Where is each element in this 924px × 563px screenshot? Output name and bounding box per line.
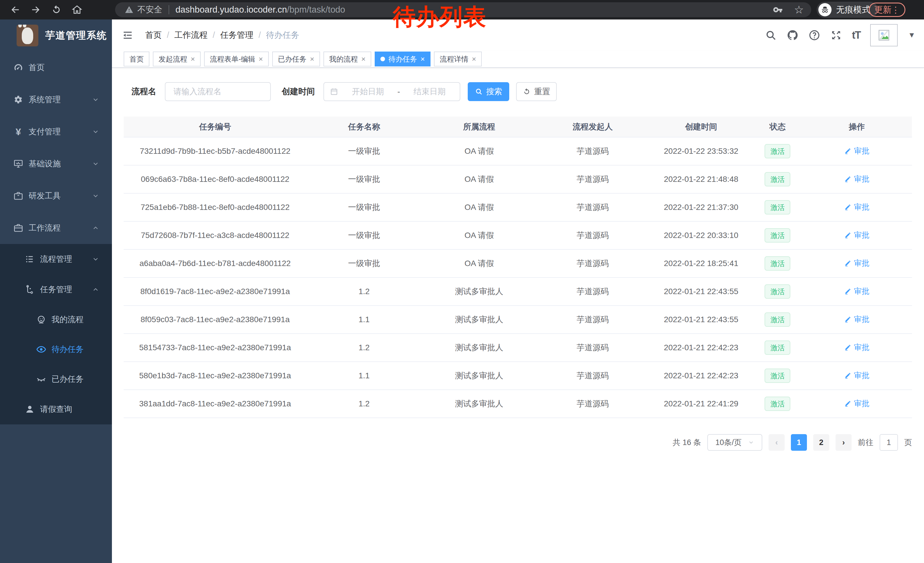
sidebar-collapse-icon[interactable] <box>122 29 134 41</box>
close-icon[interactable]: × <box>472 55 476 63</box>
close-icon[interactable]: × <box>361 55 366 63</box>
goto-page-input[interactable]: 1 <box>880 434 898 451</box>
update-label[interactable]: 更新 <box>874 4 891 16</box>
cell-task-id: 381aa1dd-7ac8-11ec-a9e2-a2380e71991a <box>124 390 307 418</box>
prev-page-button[interactable]: ‹ <box>769 434 784 451</box>
sidebar-item-system[interactable]: 系统管理 <box>0 84 112 116</box>
approve-button[interactable]: 审批 <box>844 286 869 296</box>
sidebar-item-todo-task[interactable]: 待办任务 <box>0 335 112 364</box>
edit-pen-icon <box>844 203 852 211</box>
bookmark-star-icon[interactable]: ☆ <box>794 4 804 15</box>
page-button-1[interactable]: 1 <box>791 434 807 451</box>
calendar-icon <box>330 87 338 96</box>
sidebar-item-pay[interactable]: ¥ 支付管理 <box>0 116 112 148</box>
fullscreen-icon[interactable] <box>830 29 842 41</box>
cell-actions: 审批 <box>801 165 912 193</box>
cell-task-id: 8f0d1619-7ac8-11ec-a9e2-a2380e71991a <box>124 278 307 306</box>
home-icon[interactable] <box>72 4 82 15</box>
security-warning-icon[interactable] <box>125 6 134 14</box>
back-icon[interactable] <box>10 4 21 15</box>
page-button-2[interactable]: 2 <box>813 434 829 451</box>
table-row: 580e1b3d-7ac8-11ec-a9e2-a2380e71991a 1.1… <box>124 362 912 390</box>
tab-home[interactable]: 首页 <box>124 51 149 66</box>
reset-button[interactable]: 重置 <box>516 82 557 101</box>
approve-button[interactable]: 审批 <box>844 370 869 381</box>
approve-button[interactable]: 审批 <box>844 174 869 184</box>
cell-create-time: 2022-01-22 21:37:30 <box>649 193 753 221</box>
page-unit-label: 页 <box>904 437 912 447</box>
close-icon[interactable]: × <box>190 55 195 63</box>
reload-icon[interactable] <box>51 4 62 15</box>
process-name-input[interactable]: 请输入流程名 <box>165 82 271 101</box>
sidebar-item-my-process[interactable]: 我的流程 <box>0 305 112 335</box>
search-icon[interactable] <box>765 29 777 41</box>
date-range-input[interactable]: 开始日期 - 结束日期 <box>324 82 460 101</box>
url-path[interactable]: /bpm/task/todo <box>287 5 345 15</box>
table-body: 73211d9d-7b9b-11ec-b5b7-acde48001122 一级审… <box>124 137 912 418</box>
approve-button[interactable]: 审批 <box>844 342 869 353</box>
approve-button[interactable]: 审批 <box>844 230 869 240</box>
cell-process: 测试多审批人 <box>422 306 537 333</box>
tabs-bar: 首页 发起流程× 流程表单-编辑× 已办任务× 我的流程× 待办任务× 流程详情… <box>112 51 924 68</box>
edit-pen-icon <box>844 344 852 351</box>
start-date-placeholder[interactable]: 开始日期 <box>344 86 392 97</box>
next-page-button[interactable]: › <box>836 434 852 451</box>
create-time-label: 创建时间 <box>282 86 315 98</box>
tab-todo-task[interactable]: 待办任务× <box>375 51 430 66</box>
search-button[interactable]: 搜索 <box>468 82 509 101</box>
edit-pen-icon <box>844 260 852 267</box>
sidebar: 芋道管理系统 首页 系统管理 ¥ 支付管理 基础设施 <box>0 20 112 563</box>
tab-my-process[interactable]: 我的流程× <box>324 51 371 66</box>
sidebar-item-leave-query[interactable]: 请假查询 <box>0 394 112 424</box>
tab-done-task[interactable]: 已办任务× <box>272 51 320 66</box>
sidebar-item-done-task[interactable]: 已办任务 <box>0 364 112 394</box>
help-icon[interactable] <box>808 29 820 41</box>
approve-button[interactable]: 审批 <box>844 398 869 408</box>
url-host[interactable]: dashboard.yudao.iocoder.cn <box>176 5 287 15</box>
approve-button[interactable]: 审批 <box>844 314 869 324</box>
tab-start-process[interactable]: 发起流程× <box>153 51 201 66</box>
avatar-caret-icon[interactable]: ▼ <box>908 31 915 39</box>
text-size-icon[interactable]: tT <box>852 29 861 41</box>
forward-icon[interactable] <box>30 4 41 15</box>
sidebar-item-home[interactable]: 首页 <box>0 51 112 84</box>
approve-button[interactable]: 审批 <box>844 258 869 268</box>
end-date-placeholder[interactable]: 结束日期 <box>405 86 454 97</box>
col-status: 状态 <box>753 117 801 137</box>
security-label[interactable]: 不安全 <box>137 4 162 15</box>
sidebar-item-process-mgmt[interactable]: 流程管理 <box>0 244 112 274</box>
avatar[interactable] <box>870 24 898 47</box>
page-size-select[interactable]: 10条/页 <box>707 434 762 451</box>
edit-pen-icon <box>844 175 852 183</box>
close-icon[interactable]: × <box>259 55 263 63</box>
breadcrumb-task-mgmt[interactable]: 任务管理 <box>220 30 254 41</box>
breadcrumb-home[interactable]: 首页 <box>145 30 162 41</box>
sidebar-item-task-mgmt[interactable]: 任务管理 <box>0 274 112 305</box>
tab-process-detail[interactable]: 流程详情× <box>434 51 482 66</box>
approve-button[interactable]: 审批 <box>844 146 869 156</box>
table-row: 381aa1dd-7ac8-11ec-a9e2-a2380e71991a 1.2… <box>124 390 912 418</box>
status-badge: 激活 <box>765 256 790 270</box>
status-badge: 激活 <box>765 312 790 327</box>
tab-form-edit[interactable]: 流程表单-编辑× <box>204 51 269 66</box>
sidebar-item-workflow[interactable]: 工作流程 <box>0 212 112 244</box>
close-icon[interactable]: × <box>310 55 314 63</box>
sidebar-item-label: 工作流程 <box>28 222 61 233</box>
close-icon[interactable]: × <box>420 55 425 63</box>
refresh-icon <box>523 88 531 96</box>
browser-update-button[interactable]: 更新 ⋮ <box>869 3 905 17</box>
cell-create-time: 2022-01-21 22:42:23 <box>649 333 753 362</box>
password-key-icon[interactable] <box>773 5 783 15</box>
breadcrumb-workflow[interactable]: 工作流程 <box>174 30 207 41</box>
edit-pen-icon <box>844 288 852 295</box>
eye-closed-icon <box>36 374 46 384</box>
sidebar-item-dev-tools[interactable]: 研发工具 <box>0 180 112 212</box>
approve-button[interactable]: 审批 <box>844 202 869 212</box>
sidebar-item-infra[interactable]: 基础设施 <box>0 148 112 180</box>
status-badge: 激活 <box>765 172 790 186</box>
cell-task-name: 一级审批 <box>307 221 422 249</box>
browser-menu-icon[interactable]: ⋮ <box>891 5 900 15</box>
app-logo-row[interactable]: 芋道管理系统 <box>0 20 112 51</box>
github-icon[interactable] <box>787 29 799 41</box>
sidebar-item-label: 已办任务 <box>51 374 84 384</box>
